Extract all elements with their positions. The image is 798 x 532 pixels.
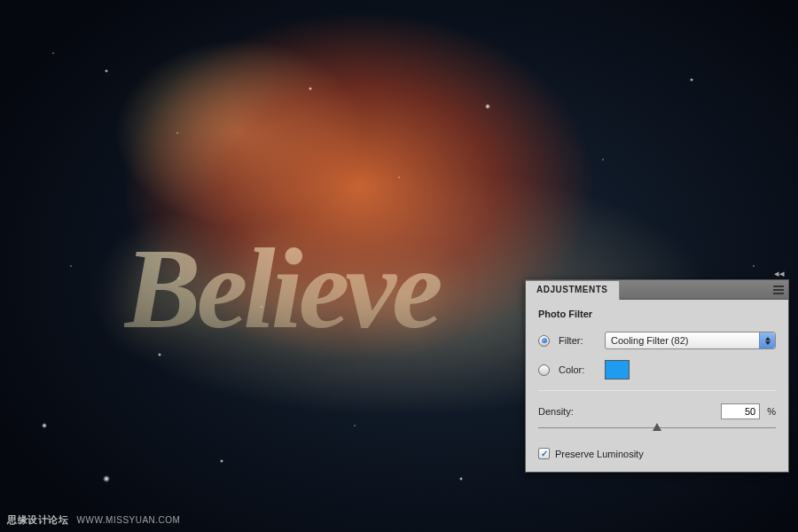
filter-label: Filter: — [559, 335, 596, 346]
panel-menu-button[interactable] — [769, 280, 788, 299]
density-label: Density: — [538, 406, 714, 417]
panel-body: Photo Filter Filter: Cooling Filter (82)… — [526, 300, 788, 472]
color-label: Color: — [559, 364, 596, 375]
adjustments-panel: ◂◂ ADJUSTMENTS Photo Filter Filter: Cool… — [525, 279, 789, 473]
watermark-site-url: WWW.MISSYUAN.COM — [77, 515, 181, 525]
select-arrows-icon — [759, 332, 775, 348]
density-input[interactable] — [721, 403, 760, 419]
filter-radio[interactable] — [538, 335, 550, 347]
adjustment-title: Photo Filter — [538, 309, 776, 319]
filter-select-value: Cooling Filter (82) — [611, 335, 688, 346]
panel-tab-bar: ADJUSTMENTS — [526, 280, 788, 300]
color-row: Color: — [538, 360, 776, 379]
svg-rect-1 — [773, 289, 784, 291]
panel-collapse-icon[interactable]: ◂◂ — [774, 268, 785, 279]
svg-rect-2 — [773, 293, 784, 294]
color-radio[interactable] — [538, 364, 550, 376]
svg-rect-0 — [773, 286, 784, 287]
density-unit: % — [767, 406, 776, 417]
filter-row: Filter: Cooling Filter (82) — [538, 332, 776, 349]
watermark: 思缘设计论坛 WWW.MISSYUAN.COM — [7, 513, 180, 527]
divider — [538, 390, 776, 391]
filter-select[interactable]: Cooling Filter (82) — [605, 332, 776, 349]
tab-adjustments[interactable]: ADJUSTMENTS — [526, 281, 620, 300]
preserve-checkbox[interactable]: ✓ — [538, 448, 550, 459]
preserve-row: ✓ Preserve Luminosity — [538, 448, 776, 459]
slider-thumb[interactable] — [653, 423, 661, 431]
color-swatch[interactable] — [605, 360, 630, 379]
watermark-site-cn: 思缘设计论坛 — [7, 514, 68, 525]
density-row: Density: % — [538, 403, 776, 419]
density-slider[interactable] — [538, 421, 776, 435]
hamburger-icon — [773, 286, 784, 294]
preserve-label: Preserve Luminosity — [555, 449, 644, 459]
